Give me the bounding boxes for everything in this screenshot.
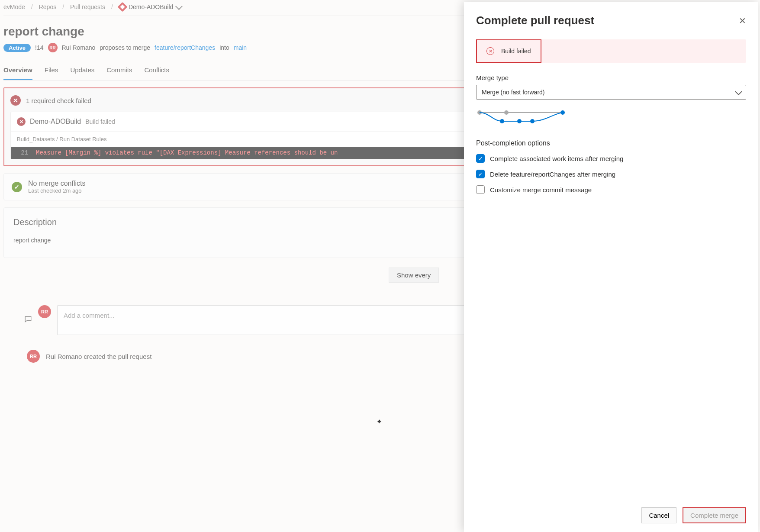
breadcrumb-sep: / (62, 3, 64, 10)
breadcrumb-item[interactable]: evMode (3, 3, 25, 10)
log-line-number: 21 (15, 149, 28, 156)
build-failed-alert: ✕ Build failed (476, 39, 746, 63)
checkbox-icon[interactable] (476, 185, 485, 194)
checks-summary: 1 required check failed (26, 97, 91, 104)
opt-delete-branch[interactable]: ✓ Delete feature/reportChanges after mer… (476, 170, 746, 178)
avatar: RR (27, 350, 40, 363)
svg-point-4 (517, 119, 522, 123)
merge-graph-icon (476, 109, 567, 126)
conflict-subtitle: Last checked 2m ago (28, 187, 86, 194)
opt-custom-message[interactable]: Customize merge commit message (476, 185, 746, 194)
repo-icon (118, 2, 128, 12)
pipeline-name[interactable]: Demo-ADOBuild (30, 118, 81, 126)
avatar: RR (48, 43, 58, 52)
log-text: Measure [Margin %] violates rule "[DAX E… (36, 149, 338, 156)
check-ok-icon: ✓ (12, 182, 22, 192)
merge-type-value: Merge (no fast forward) (482, 89, 545, 96)
fail-icon: ✕ (10, 95, 21, 106)
complete-merge-button[interactable]: Complete merge (683, 507, 746, 523)
opt-complete-work-items[interactable]: ✓ Complete associated work items after m… (476, 154, 746, 163)
alert-text: Build failed (501, 48, 531, 55)
into-text: into (219, 44, 229, 51)
pr-propose-text: proposes to merge (100, 44, 150, 51)
show-everything-button[interactable]: Show every (389, 268, 439, 283)
tab-conflicts[interactable]: Conflicts (144, 63, 169, 80)
checkbox-icon[interactable]: ✓ (476, 154, 485, 163)
opt-label: Customize merge commit message (490, 186, 592, 193)
cancel-button[interactable]: Cancel (641, 507, 676, 523)
tab-updates[interactable]: Updates (70, 63, 94, 80)
merge-type-label: Merge type (476, 74, 746, 81)
conflict-title: No merge conflicts (28, 180, 86, 187)
panel-title: Complete pull request (476, 14, 594, 27)
chevron-down-icon (735, 88, 742, 95)
breadcrumb-item[interactable]: Repos (39, 3, 56, 10)
error-icon: ✕ (486, 47, 494, 55)
source-branch-link[interactable]: feature/reportChanges (155, 44, 215, 51)
activity-text: Rui Romano created the pull request (46, 353, 151, 360)
breadcrumb-sep: / (31, 3, 33, 10)
merge-type-select[interactable]: Merge (no fast forward) (476, 85, 746, 100)
svg-point-5 (530, 119, 535, 123)
pr-number: !14 (35, 44, 43, 51)
target-branch-link[interactable]: main (234, 44, 247, 51)
svg-point-6 (560, 110, 565, 115)
pipeline-status: Build failed (85, 118, 115, 125)
tab-files[interactable]: Files (45, 63, 58, 80)
tab-overview[interactable]: Overview (3, 63, 32, 80)
close-button[interactable]: ✕ (739, 16, 746, 26)
tab-commits[interactable]: Commits (106, 63, 132, 80)
avatar: RR (38, 305, 51, 318)
svg-point-2 (504, 110, 509, 115)
pr-author: Rui Romano (62, 44, 96, 51)
complete-pr-panel: Complete pull request ✕ ✕ Build failed M… (464, 2, 758, 532)
fail-icon: ✕ (17, 117, 26, 126)
breadcrumb-item[interactable]: Pull requests (70, 3, 105, 10)
opt-label: Delete feature/reportChanges after mergi… (490, 171, 615, 178)
breadcrumb-current[interactable]: Demo-ADOBuild (119, 3, 181, 10)
opt-label: Complete associated work items after mer… (490, 155, 623, 162)
post-completion-label: Post-completion options (476, 139, 746, 147)
checkbox-icon[interactable]: ✓ (476, 170, 485, 178)
breadcrumb-sep: / (111, 3, 113, 10)
svg-point-3 (500, 119, 504, 123)
chevron-down-icon (175, 3, 183, 10)
status-badge: Active (3, 44, 31, 52)
cursor-icon: ⌖ (377, 418, 381, 426)
feedback-icon[interactable] (24, 316, 32, 325)
breadcrumb-current-label: Demo-ADOBuild (129, 3, 173, 10)
